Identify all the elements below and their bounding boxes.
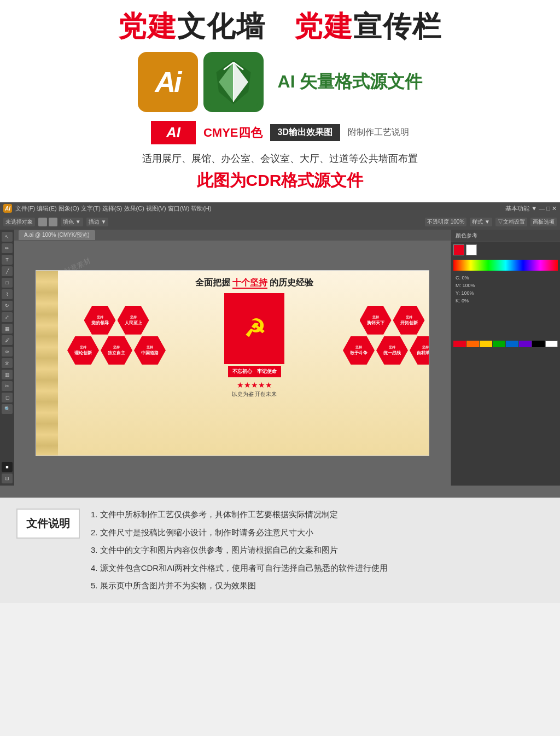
design-bottom: ★★★★★ 以史为鉴 开创未来 — [65, 381, 429, 398]
tool-symbol[interactable]: ※ — [2, 358, 13, 368]
ai-canvas-area: A.ai @ 100% (CMYK/预览) ©创意素材 ©创意素材 全面把握 — [14, 230, 451, 486]
subtitle-line: 适用展厅、展馆、办公室、会议室、大厅、过道等公共墙面布置 — [16, 152, 544, 165]
design-title-text: 全面把握 — [195, 278, 230, 287]
ai-top-bar: Ai 文件(F) 编辑(E) 图象(O) 文字(T) 选择(S) 效果(C) 视… — [0, 202, 560, 214]
toolbar-doc-settings: ▽文档设置 — [495, 218, 527, 226]
notes-list: 1. 文件中所标制作工艺仅供参考，具体制作工艺要根据实际情况制定 2. 文件尺寸… — [91, 509, 544, 592]
ai-toolbar: 未选择对象 填色 ▼ 描边 ▼ 不透明度 100% 样式 ▼ ▽文档设置 画板选… — [0, 214, 560, 230]
tool-gradient[interactable]: ▦ — [2, 324, 13, 334]
top-bar-menus: 文件(F) 编辑(E) 图象(O) 文字(T) 选择(S) 效果(C) 视图(V… — [15, 205, 212, 213]
toolbar-stroke: 描边 ▼ — [86, 218, 109, 226]
toolbar-style: 样式 ▼ — [470, 218, 492, 226]
main-title: 党建文化墙 党建宣传栏 — [16, 11, 544, 42]
hex-right-4: 坚持统一战线 — [376, 336, 408, 365]
tool-eraser[interactable]: ◻ — [2, 393, 13, 402]
note-item-2: 2. 文件尺寸是投稿比例缩小设计，制作时请务必注意尺寸大小 — [91, 527, 544, 539]
center-slogans: 不忘初心 牢记使命 — [228, 366, 281, 377]
tool-rotate[interactable]: ↻ — [2, 301, 13, 311]
top-section: 党建文化墙 党建宣传栏 Ai AI 矢量格式源文件 A — [0, 0, 560, 202]
hex-left-3: 坚持理论创新 — [67, 336, 99, 365]
icons-row: Ai AI 矢量格式源文件 — [16, 52, 544, 112]
design-title-area: 全面把握 十个坚持 的历史经验 — [65, 277, 429, 289]
design-preview: 全面把握 十个坚持 的历史经验 坚持党的领导 坚持人民至上 — [36, 270, 429, 456]
ai-vector-text: AI 矢量格式源文件 — [278, 70, 423, 94]
color-palette — [453, 341, 558, 347]
tool-scale[interactable]: ⤢ — [2, 312, 13, 322]
top-bar-right: 基本功能 ▼ — □ ✕ — [505, 205, 557, 213]
tool-blend[interactable]: ∞ — [2, 347, 13, 357]
title-red-1: 党建 — [118, 10, 177, 42]
cdr-icon — [203, 52, 264, 112]
note-item-5: 5. 展示页中所含图片并不为实物，仅为效果图 — [91, 580, 544, 592]
badge-3d: 3D输出效果图 — [270, 124, 340, 141]
hex-right-3: 坚持敢于斗争 — [343, 336, 375, 365]
badge-cmyk: CMYE四色 — [203, 125, 262, 141]
tool-fill-swatch[interactable]: ■ — [2, 462, 13, 472]
badges-row: AI CMYE四色 3D输出效果图 附制作工艺说明 — [16, 121, 544, 144]
hex-left-2: 坚持人民至上 — [118, 306, 149, 335]
tool-column[interactable]: ▥ — [2, 370, 13, 379]
ai-canvas: ©创意素材 ©创意素材 全面把握 十个坚持 的历史经验 — [14, 241, 451, 486]
design-highlight-text: 十个坚持 — [232, 278, 267, 289]
badge-ai: AI — [151, 121, 196, 144]
ai-workspace: ↖ ✏ T ╱ □ ⌇ ↻ ⤢ ▦ 🖊 ∞ ※ ▥ ✂ ◻ 🔍 ■ ⊡ A.ai… — [0, 230, 560, 486]
color-swatch-white[interactable] — [466, 244, 477, 255]
tool-type[interactable]: T — [2, 255, 13, 265]
right-hexagons: 坚持胸怀天下 坚持开拓创新 坚持敢于斗争 坚持统一战线 坚持自我革命 — [343, 306, 429, 365]
hex-left-4: 坚持独立自主 — [101, 336, 132, 365]
notes-label: 文件说明 — [16, 509, 80, 539]
ai-tab-bar: A.ai @ 100% (CMYK/预览) — [14, 230, 451, 241]
note-item-1: 1. 文件中所标制作工艺仅供参考，具体制作工艺要根据实际情况制定 — [91, 509, 544, 521]
color-spectrum — [453, 260, 558, 271]
ai-screen-section: Ai 文件(F) 编辑(E) 图象(O) 文字(T) 选择(S) 效果(C) 视… — [0, 202, 560, 498]
tool-pen[interactable]: ✏ — [2, 243, 13, 253]
ai-logo-small: Ai — [3, 204, 12, 213]
design-content-row: 坚持党的领导 坚持人民至上 坚持理论创新 坚持独立自主 坚持中国道路 — [65, 293, 429, 377]
toolbar-fill: 填色 ▼ — [61, 218, 83, 226]
party-symbol: ☭ — [244, 317, 265, 341]
cdr-notice: 此图为CDR格式源文件 — [16, 170, 544, 192]
party-flag: ☭ — [224, 293, 284, 364]
tool-rect[interactable]: □ — [2, 278, 13, 288]
ai-right-panel: 颜色参考 C: 0% M: 100% Y: 100% K: 0% — [451, 230, 560, 486]
tool-brush[interactable]: ⌇ — [2, 289, 13, 299]
center-party: ☭ 不忘初心 牢记使命 — [224, 293, 284, 377]
note-item-4: 4. 源文件包含CDR和AI两种文件格式，使用者可自行选择自己熟悉的软件进行使用 — [91, 562, 544, 575]
title-black-2: 宣传栏 — [353, 10, 442, 42]
toolbar-zoom-label: 不透明度 100% — [425, 218, 466, 226]
ai-icon: Ai — [138, 52, 198, 112]
tool-eyedrop[interactable]: 🖊 — [2, 335, 13, 345]
tool-slice[interactable]: ✂ — [2, 381, 13, 391]
design-suffix-text: 的历史经验 — [270, 278, 313, 287]
ai-left-tools: ↖ ✏ T ╱ □ ⌇ ↻ ⤢ ▦ 🖊 ∞ ※ ▥ ✂ ◻ 🔍 ■ ⊡ — [0, 230, 14, 486]
tool-select[interactable]: ↖ — [2, 232, 13, 242]
badge-note: 附制作工艺说明 — [348, 127, 409, 138]
tool-line[interactable]: ╱ — [2, 266, 13, 276]
hex-right-1: 坚持胸怀天下 — [360, 306, 392, 335]
ai-tab[interactable]: A.ai @ 100% (CMYK/预览) — [19, 230, 95, 240]
tool-zoom[interactable]: 🔍 — [2, 404, 13, 414]
notes-section: 文件说明 1. 文件中所标制作工艺仅供参考，具体制作工艺要根据实际情况制定 2.… — [0, 498, 560, 603]
note-item-3: 3. 文件中的文字和图片内容仅供参考，图片请根据自己的文案和图片 — [91, 544, 544, 557]
title-red-2: 党建 — [294, 10, 353, 42]
title-black-1: 文化墙 — [177, 10, 266, 42]
tool-screen-mode[interactable]: ⊡ — [2, 474, 13, 483]
hex-left-5: 坚持中国道路 — [134, 336, 166, 365]
panel-header: 颜色参考 — [451, 230, 560, 242]
hex-right-5: 坚持自我革命 — [410, 336, 429, 365]
left-hexagons: 坚持党的领导 坚持人民至上 坚持理论创新 坚持独立自主 坚持中国道路 — [67, 306, 166, 365]
color-swatch-red[interactable] — [453, 244, 464, 255]
toolbar-artboard: 画板选项 — [530, 218, 557, 226]
hex-right-2: 坚持开拓创新 — [393, 306, 425, 335]
color-panel-area: C: 0% M: 100% Y: 100% K: 0% — [453, 273, 558, 338]
toolbar-select: 未选择对象 — [3, 218, 35, 226]
hex-left-1: 坚持党的领导 — [84, 306, 116, 335]
